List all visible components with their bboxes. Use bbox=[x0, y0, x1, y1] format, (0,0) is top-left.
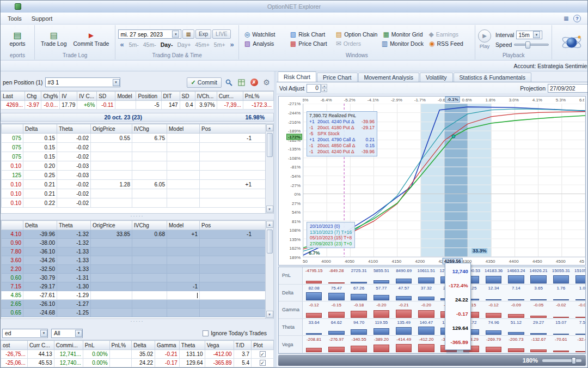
chart-plot-area[interactable]: 7,390.72 Realized PnL +120oct. 4240 Put … bbox=[303, 104, 585, 257]
window-toggle-risk-chart[interactable]: ▧Risk Chart bbox=[287, 31, 333, 38]
window-toggle-watchlist[interactable]: ◎Watchlist bbox=[242, 31, 287, 38]
help-icon[interactable]: ? bbox=[573, 15, 581, 22]
position-select-arrow-icon[interactable]: ▼ bbox=[113, 79, 120, 86]
speed-label: Speed bbox=[495, 41, 512, 48]
scroll-down-icon[interactable]: ▼ bbox=[266, 311, 273, 318]
plot-checkbox[interactable]: ✓ bbox=[260, 360, 266, 366]
calendar-button[interactable]: ▦ bbox=[182, 29, 194, 39]
chain-row[interactable]: 0.60-30.79-1.31 bbox=[2, 274, 266, 282]
layout-icon[interactable]: ▦ bbox=[562, 15, 570, 22]
step-5m--button[interactable]: 5m- bbox=[127, 41, 141, 48]
export-button[interactable] bbox=[236, 77, 247, 88]
trade-log-button[interactable]: ▤Trade Log bbox=[38, 31, 70, 47]
legend-position-row: +120oct. 4790 Call Δ0.21 bbox=[309, 137, 375, 143]
window-toggle-analysis[interactable]: ▨Analysis bbox=[242, 40, 287, 47]
trading-date-field[interactable]: mi. 27 sep. 2023 ▼ bbox=[118, 29, 181, 39]
earnings-icon: ◆ bbox=[428, 31, 433, 38]
chain-row[interactable]: 0750.15-0.02 bbox=[2, 152, 266, 161]
splitter-grip[interactable]: ····· bbox=[1, 214, 274, 218]
vol-adjust-input[interactable]: 0 bbox=[307, 84, 321, 93]
tab-risk-chart[interactable]: Risk Chart bbox=[278, 71, 316, 82]
chain-row[interactable]: 7.15-29.17-1.30-1 bbox=[2, 282, 266, 291]
calls-table: DeltaThetaOrigPriceIVChgModelPos0750.15-… bbox=[1, 124, 266, 208]
reports-button[interactable]: ▤ eports bbox=[3, 31, 32, 47]
zoom-slider[interactable] bbox=[542, 359, 581, 362]
totals-row[interactable]: -25,06...45.5312,740...0.00%24.22-0.1712… bbox=[1, 359, 274, 367]
window-toggle-option-chain[interactable]: ▤Option Chain bbox=[333, 31, 381, 38]
window-toggle-orders[interactable]: ✉Orders bbox=[333, 40, 379, 47]
calls-scrollbar[interactable]: ▲ ▼ bbox=[265, 124, 273, 213]
tab-price-chart[interactable]: Price Chart bbox=[317, 73, 358, 82]
scroll-up-icon[interactable]: ▲ bbox=[266, 124, 273, 131]
chain-row[interactable]: 0750.15-0.02 bbox=[2, 143, 266, 152]
window-toggle-price-chart[interactable]: ▩Price Chart bbox=[287, 40, 333, 47]
speed-slider-thumb[interactable] bbox=[525, 41, 530, 49]
summary-row[interactable]: 4269...-3.97-0.0...17.79+6%-0.11-51470.4… bbox=[1, 101, 274, 110]
trades-view-select[interactable]: ed ▼ bbox=[2, 329, 48, 338]
splitter-grip[interactable]: ····· bbox=[1, 319, 274, 323]
projection-date-field[interactable]: 27/09/202 bbox=[548, 84, 587, 93]
window-toggle-rss-feed[interactable]: ◉RSS Feed bbox=[426, 40, 472, 47]
strip-bar bbox=[396, 279, 412, 283]
plot-checkbox[interactable]: ✓ bbox=[260, 351, 266, 357]
step-45m--button[interactable]: 45m- bbox=[141, 41, 158, 48]
menu-support[interactable]: Support bbox=[27, 14, 58, 23]
strip-value: 2725.31 bbox=[351, 268, 367, 273]
commit-trade-button[interactable]: ►Commit Trade bbox=[70, 31, 112, 47]
position-select[interactable]: #3 1 ▼ bbox=[45, 77, 120, 87]
interval-dropdown-arrow-icon[interactable]: ▼ bbox=[533, 31, 540, 38]
trades-scope-select[interactable]: All ▼ bbox=[51, 329, 83, 338]
step-45m--button[interactable]: 45m+ bbox=[193, 41, 212, 48]
step-day--button[interactable]: Day- bbox=[158, 41, 175, 48]
chain-row[interactable]: 0750.15-0.020.556.75-1 bbox=[2, 134, 266, 143]
speed-slider[interactable] bbox=[514, 44, 549, 46]
chain-row[interactable]: 2.20-32.50-1.33 bbox=[2, 265, 266, 274]
chain-row[interactable]: 0.100.20-0.03 bbox=[2, 161, 266, 171]
exp-button[interactable]: Exp bbox=[195, 29, 211, 39]
totals-row[interactable]: -26,75...44.1312,741...0.00%35.02-0.2113… bbox=[1, 350, 274, 359]
window-toggle-monitor-grid[interactable]: ▦Monitor Grid bbox=[380, 31, 426, 38]
step-forward-icon[interactable]: » bbox=[229, 40, 236, 49]
chain-row[interactable]: 3.60-34.26-1.33 bbox=[2, 256, 266, 265]
scrollbar-thumb[interactable] bbox=[267, 230, 273, 254]
spin-down-icon[interactable]: ▼ bbox=[321, 88, 327, 92]
chain-row[interactable]: 7.80-36.10-1.33 bbox=[2, 248, 266, 256]
scroll-down-icon[interactable]: ▼ bbox=[266, 206, 273, 213]
ignore-todays-trades-checkbox[interactable] bbox=[203, 330, 209, 336]
step-day--button[interactable]: Day+ bbox=[175, 41, 193, 48]
step-5m--button[interactable]: 5m+ bbox=[212, 41, 228, 48]
chain-row[interactable]: 0.100.22-0.02 bbox=[2, 198, 266, 208]
chain-col-header: Theta bbox=[57, 221, 91, 230]
spin-up-icon[interactable]: ▲ bbox=[321, 84, 327, 88]
scroll-up-icon[interactable]: ▲ bbox=[266, 221, 273, 228]
window-toggle-earnings[interactable]: ◆Earnings bbox=[426, 31, 471, 38]
chain-row[interactable]: 4.10-39.96-1.3233.850.68+1-1 bbox=[2, 230, 266, 239]
commit-button[interactable]: ✓ Commit bbox=[187, 77, 222, 88]
date-dropdown-arrow-icon[interactable]: ▼ bbox=[172, 31, 179, 38]
chain-row[interactable]: 4.85-27.61-1.29 bbox=[2, 291, 266, 300]
pos-cell bbox=[200, 309, 266, 317]
chain-row[interactable]: 0.65-24.68-1.25 bbox=[2, 309, 266, 317]
play-button[interactable]: ▶ bbox=[478, 29, 491, 43]
interval-select[interactable]: 15m ▼ bbox=[516, 31, 542, 39]
chain-row[interactable]: 0.100.21-0.021.286.05+1 bbox=[2, 180, 266, 189]
dropdown-arrow-icon[interactable]: ▼ bbox=[40, 330, 47, 337]
chain-row[interactable]: 0.100.21-0.02 bbox=[2, 189, 266, 198]
zoom-slider-thumb[interactable] bbox=[572, 357, 576, 364]
menu-tools[interactable]: Tools bbox=[3, 14, 27, 23]
delete-position-button[interactable]: ✗ bbox=[249, 77, 259, 88]
zoom-button[interactable] bbox=[224, 77, 234, 88]
step-back-icon[interactable]: « bbox=[118, 40, 125, 49]
scrollbar-thumb[interactable] bbox=[267, 133, 273, 157]
tab-statistics-fundamentals[interactable]: Statistics & Fundamentals bbox=[454, 73, 531, 82]
chain-row[interactable]: 1250.25-0.03 bbox=[2, 171, 266, 180]
window-toggle-monitor-dock[interactable]: ▥Monitor Dock bbox=[379, 40, 426, 47]
chain-row[interactable]: 0.90-38.00-1.32 bbox=[2, 239, 266, 248]
dropdown-arrow-icon[interactable]: ▼ bbox=[75, 330, 82, 337]
tab-movement-analysis[interactable]: Movement Analysis bbox=[358, 73, 419, 82]
position-settings-button[interactable]: ⚙ bbox=[261, 77, 272, 88]
live-button[interactable]: LIVE bbox=[212, 29, 231, 39]
puts-scrollbar[interactable]: ▲ ▼ bbox=[265, 220, 273, 318]
chain-row[interactable]: 2.65-26.10-1.27 bbox=[2, 300, 266, 309]
tab-volatility[interactable]: Volatility bbox=[420, 73, 453, 82]
